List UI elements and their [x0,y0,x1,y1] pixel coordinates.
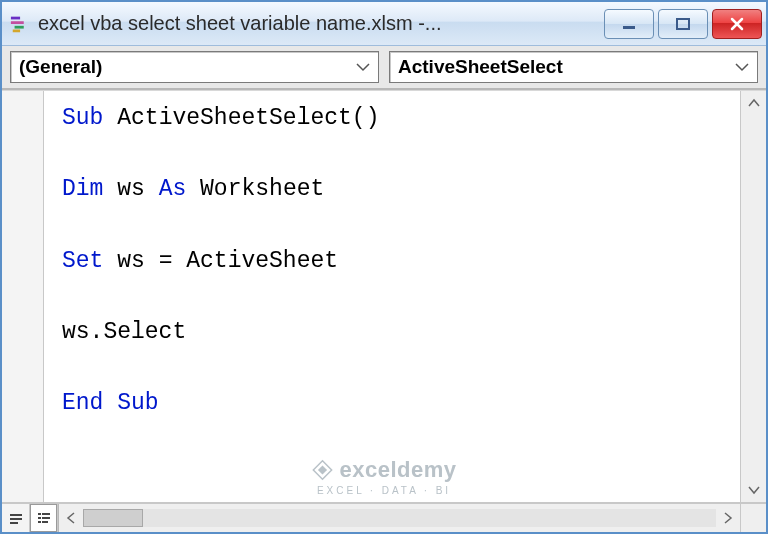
code-editor[interactable]: Sub ActiveSheetSelect() Dim ws As Worksh… [44,91,740,502]
window-title: excel vba select sheet variable name.xls… [38,12,604,35]
chevron-right-icon [723,512,733,524]
svg-rect-0 [11,16,20,19]
procedure-view-icon [8,511,24,525]
scroll-up-button[interactable] [741,91,766,115]
full-module-view-icon [36,511,52,525]
procedure-view-button[interactable] [2,504,30,532]
chevron-down-icon [356,62,370,72]
svg-rect-10 [42,513,50,515]
chevron-down-icon [748,485,760,495]
svg-rect-13 [38,521,41,523]
svg-rect-11 [38,517,41,519]
titlebar: excel vba select sheet variable name.xls… [2,2,766,46]
procedure-dropdown[interactable]: ActiveSheetSelect [389,51,758,83]
svg-rect-5 [677,19,689,29]
object-dropdown[interactable]: (General) [10,51,379,83]
bottom-bar [2,502,766,532]
chevron-down-icon [735,62,749,72]
window-controls [604,9,762,39]
scrollbar-track[interactable] [83,509,716,527]
scrollbar-corner [740,504,766,532]
vba-app-icon [10,13,32,35]
svg-rect-2 [15,25,24,28]
scrollbar-thumb[interactable] [83,509,143,527]
svg-rect-3 [13,29,20,32]
svg-rect-6 [10,514,22,516]
svg-rect-12 [42,517,50,519]
procedure-dropdown-value: ActiveSheetSelect [398,56,563,78]
svg-rect-8 [10,522,18,524]
svg-rect-7 [10,518,22,520]
full-module-view-button[interactable] [30,504,58,532]
chevron-left-icon [66,512,76,524]
vba-editor-window: excel vba select sheet variable name.xls… [0,0,768,534]
vertical-scrollbar[interactable] [740,91,766,502]
svg-rect-14 [42,521,48,523]
svg-rect-9 [38,513,41,515]
dropdown-bar: (General) ActiveSheetSelect [2,46,766,90]
margin-indicator-bar [2,91,44,502]
chevron-up-icon [748,98,760,108]
scroll-down-button[interactable] [741,478,766,502]
scroll-left-button[interactable] [59,504,83,532]
code-area: Sub ActiveSheetSelect() Dim ws As Worksh… [2,90,766,502]
svg-rect-1 [11,21,24,24]
maximize-button[interactable] [658,9,708,39]
svg-rect-4 [623,26,635,29]
view-mode-buttons [2,504,59,532]
close-button[interactable] [712,9,762,39]
object-dropdown-value: (General) [19,56,102,78]
minimize-button[interactable] [604,9,654,39]
scroll-right-button[interactable] [716,504,740,532]
horizontal-scrollbar[interactable] [59,504,740,532]
